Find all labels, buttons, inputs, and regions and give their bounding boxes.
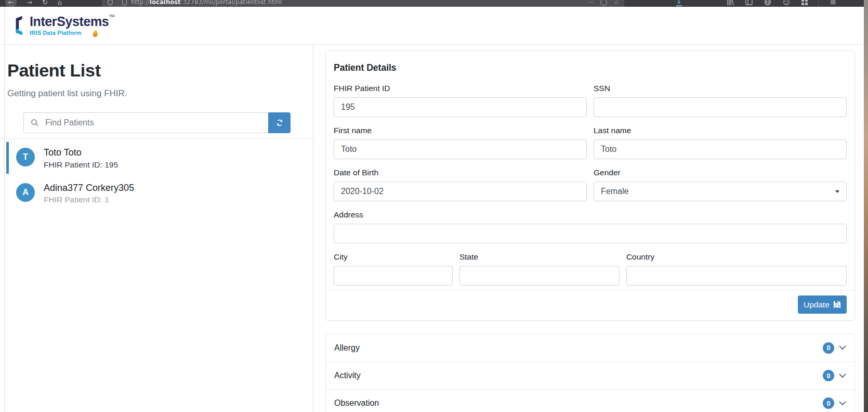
address-field[interactable]	[334, 224, 847, 243]
reload-icon[interactable]: ↻	[42, 0, 48, 6]
gender-label: Gender	[594, 168, 847, 177]
count-badge: 0	[823, 397, 834, 409]
menu-icon[interactable]: ≡	[830, 0, 837, 6]
patient-list-item[interactable]: T Toto Toto FHIR Patient ID: 195	[0, 142, 313, 175]
patient-list: T Toto Toto FHIR Patient ID: 195 A Adina…	[0, 139, 313, 210]
shield-icon[interactable]	[107, 0, 113, 6]
chevron-down-icon	[839, 374, 846, 378]
accordion-label: Observation	[334, 398, 379, 408]
gender-selected-value: Female	[601, 187, 628, 196]
ssn-label: SSN	[594, 84, 847, 93]
card-footer: Update	[326, 290, 854, 320]
refresh-button[interactable]	[268, 112, 291, 133]
brand-name: InterSystemsTM	[30, 15, 114, 28]
save-icon	[833, 301, 841, 308]
bookmark-icon[interactable]: ☆	[614, 0, 619, 6]
download-icon[interactable]: ↓	[676, 0, 682, 6]
browser-chrome: ← → ↻ ⌂ http://localhost:32783/mli/porta…	[0, 0, 864, 7]
dob-field[interactable]	[334, 182, 587, 201]
country-label: Country	[626, 252, 847, 262]
state-field[interactable]	[459, 266, 620, 286]
resource-accordion: Allergy 0 Activity 0	[325, 333, 855, 412]
page-title: Patient List	[7, 60, 313, 81]
ssn-field[interactable]	[594, 97, 847, 117]
accordion-label: Allergy	[334, 343, 360, 353]
state-label: State	[459, 252, 620, 262]
card-title: Patient Details	[334, 62, 847, 73]
fhir-id-label: FHIR Patient ID	[334, 84, 587, 93]
refresh-icon	[275, 119, 284, 127]
sidebar-toggle-icon[interactable]	[745, 0, 753, 5]
accordion-row-allergy[interactable]: Allergy 0	[326, 334, 854, 362]
dob-label: Date of Birth	[334, 168, 587, 177]
accordion-label: Activity	[334, 371, 361, 380]
city-label: City	[334, 252, 453, 262]
extensions-icon[interactable]	[801, 0, 808, 5]
app-navbar: InterSystemsTM IRIS Data Platform	[0, 7, 864, 45]
page-subtitle: Getting patient list using FHIR.	[7, 88, 313, 99]
flame-icon	[93, 30, 98, 37]
last-name-field[interactable]	[594, 139, 847, 159]
first-name-field[interactable]	[334, 139, 587, 159]
globe-icon[interactable]	[764, 0, 771, 6]
forward-icon[interactable]: →	[27, 0, 32, 6]
first-name-label: First name	[334, 126, 587, 135]
avatar: T	[16, 148, 35, 166]
search-box[interactable]	[23, 112, 268, 133]
address-label: Address	[334, 210, 847, 220]
fhir-id-field[interactable]	[334, 97, 587, 117]
gender-select[interactable]: Female	[594, 182, 847, 201]
urlbar-separator	[117, 0, 118, 5]
patient-id: FHIR Patient ID: 1	[44, 195, 134, 204]
search-input[interactable]	[44, 118, 261, 128]
patient-name: Toto Toto	[44, 147, 118, 159]
desktop-background-sliver	[864, 0, 868, 412]
country-field[interactable]	[626, 266, 847, 286]
page-icon[interactable]	[122, 0, 127, 5]
window-left-edge	[4, 7, 5, 412]
patient-list-item[interactable]: A Adina377 Corkery305 FHIR Patient ID: 1	[0, 177, 313, 210]
browser-window: ← → ↻ ⌂ http://localhost:32783/mli/porta…	[0, 0, 864, 412]
city-field[interactable]	[334, 266, 453, 286]
back-icon[interactable]: ←	[5, 0, 17, 7]
intersystems-logo[interactable]: InterSystemsTM IRIS Data Platform	[14, 15, 114, 36]
update-button[interactable]: Update	[798, 295, 847, 314]
avatar: A	[16, 183, 35, 202]
count-badge: 0	[823, 370, 834, 381]
patient-name: Adina377 Corkery305	[44, 182, 134, 194]
chevron-down-icon	[835, 190, 839, 193]
last-name-label: Last name	[594, 126, 847, 135]
brand-tagline: IRIS Data Platform	[30, 30, 82, 36]
patient-details-panel: Patient Details FHIR Patient ID SSN	[313, 45, 864, 412]
more-options-icon[interactable]: ⋯	[587, 0, 594, 6]
patient-details-card: Patient Details FHIR Patient ID SSN	[325, 50, 855, 321]
count-badge: 0	[823, 342, 834, 354]
intersystems-logo-mark	[14, 15, 25, 36]
chevron-down-icon	[839, 401, 846, 406]
home-icon[interactable]: ⌂	[58, 0, 62, 6]
address-bar[interactable]: http://localhost:32783/mli/portal/patien…	[102, 0, 624, 7]
chevron-down-icon	[839, 345, 846, 350]
toolbar-separator	[818, 0, 819, 6]
patient-id: FHIR Patient ID: 195	[44, 160, 118, 170]
url-text: http://localhost:32783/mli/portal/patien…	[131, 0, 282, 6]
update-button-label: Update	[804, 300, 830, 310]
search-icon	[31, 119, 39, 127]
patient-search-group	[23, 112, 291, 133]
accordion-row-observation[interactable]: Observation 0	[326, 389, 854, 412]
accordion-row-activity[interactable]: Activity 0	[326, 362, 854, 389]
account-icon[interactable]: ☺	[783, 0, 790, 6]
library-icon[interactable]	[727, 0, 734, 6]
patient-list-panel: Patient List Getting patient list using …	[0, 45, 313, 412]
pocket-icon[interactable]	[600, 0, 607, 6]
